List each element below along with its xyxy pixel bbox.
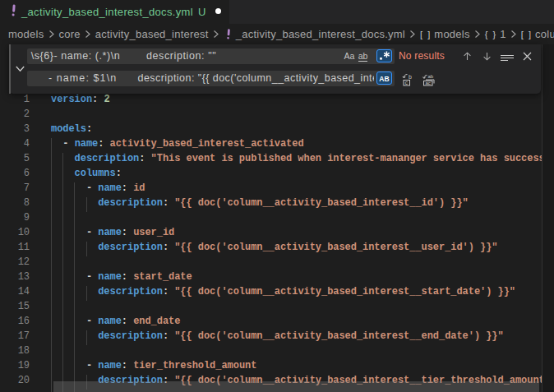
svg-text:b: b bbox=[409, 74, 412, 80]
svg-text:ac: ac bbox=[426, 81, 431, 85]
svg-text:ab: ab bbox=[428, 74, 434, 79]
